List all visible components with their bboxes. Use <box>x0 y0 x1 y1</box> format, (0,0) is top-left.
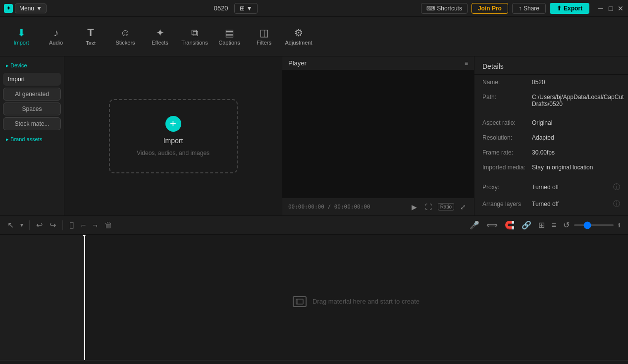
captions-icon: ▤ <box>225 28 234 38</box>
zoom-slider[interactable] <box>574 224 614 226</box>
sidebar-device-header[interactable]: ▸ Device <box>3 60 61 71</box>
detail-imported-media-row: Imported media: Stay in original locatio… <box>474 160 628 175</box>
play-button[interactable]: ▶ <box>410 202 419 212</box>
timeline-toolbar-right: 🎤 ⟺ 🧲 🔗 ⊞ ≡ ↺ ℹ <box>467 219 623 231</box>
arrange-layers-info-icon[interactable]: ⓘ <box>613 200 620 208</box>
fit-screen-button[interactable]: ⛶ <box>423 202 434 212</box>
menu-label: Menu <box>19 5 34 12</box>
center-button[interactable]: ⊞ <box>536 219 547 231</box>
subtitle-button[interactable]: ≡ <box>549 219 559 231</box>
sidebar-item-ai-generated[interactable]: AI generated <box>3 88 61 101</box>
arrange-layers-label: Arrange layers <box>482 201 527 208</box>
fullscreen-button[interactable]: ⤢ <box>458 202 468 212</box>
frame-rate-value: 30.00fps <box>532 149 620 156</box>
titlebar-center: 0520 ⊞ ▼ <box>51 3 421 14</box>
player-title: Player <box>288 59 307 67</box>
ratio-button[interactable]: Ratio <box>438 203 454 210</box>
fit-timeline-button[interactable]: ⟺ <box>484 219 500 231</box>
delete-button[interactable]: 🗑 <box>102 219 115 231</box>
import-icon: ⬇ <box>17 28 26 38</box>
imported-media-value: Stay in original location <box>532 164 620 171</box>
detail-resolution-row: Resolution: Adapted <box>474 130 628 145</box>
tool-stickers[interactable]: ☺ Stickers <box>108 19 143 54</box>
app-logo: ✦ Menu ▼ <box>4 3 47 13</box>
shortcuts-label: Shortcuts <box>437 5 462 12</box>
layout-icon-button[interactable]: ⊞ ▼ <box>234 3 258 14</box>
sidebar: ▸ Device Import AI generated Spaces Stoc… <box>0 56 64 215</box>
timeline-tracks[interactable]: Drag material here and start to create <box>84 235 628 360</box>
stickers-icon: ☺ <box>120 28 130 38</box>
cursor-tool-button[interactable]: ↖ <box>5 219 16 231</box>
tool-audio[interactable]: ♪ Audio <box>39 19 73 54</box>
player-viewport <box>282 70 474 198</box>
detail-framerate-row: Frame rate: 30.00fps <box>474 145 628 160</box>
split-button[interactable]: ⌷ <box>67 219 77 231</box>
redo-button[interactable]: ↪ <box>47 219 58 231</box>
adjustment-icon: ⚙ <box>294 28 303 38</box>
mark-out-button[interactable]: ¬ <box>90 219 100 231</box>
right-panel: Details Name: 0520 Path: C:/Users/bj/App… <box>474 56 628 215</box>
main-content: ▸ Device Import AI generated Spaces Stoc… <box>0 56 628 215</box>
capcut-logo-icon: ✦ <box>4 4 13 13</box>
tool-text[interactable]: T Text <box>73 19 108 54</box>
import-area: + Import Videos, audios, and images <box>64 56 282 215</box>
details-header: Details <box>474 56 628 75</box>
ai-generated-label: AI generated <box>15 91 49 98</box>
effects-icon: ✦ <box>156 28 164 38</box>
tool-transitions[interactable]: ⧉ Transitions <box>177 19 212 54</box>
main-toolbar: ⬇ Import ♪ Audio T Text ☺ Stickers ✦ Eff… <box>0 17 628 56</box>
transitions-label: Transitions <box>181 40 208 46</box>
link-button[interactable]: 🔗 <box>519 219 534 231</box>
close-button[interactable]: ✕ <box>617 5 624 12</box>
detail-path-row: Path: C:/Users/bj/AppData/Local/CapCut D… <box>474 90 628 111</box>
loop-button[interactable]: ↺ <box>561 219 572 231</box>
zoom-info-button[interactable]: ℹ <box>616 220 623 230</box>
export-button[interactable]: ⬆ Export <box>550 3 589 14</box>
shortcuts-button[interactable]: ⌨ Shortcuts <box>421 3 468 14</box>
sidebar-brand-assets-header[interactable]: ▸ Brand assets <box>3 134 61 145</box>
timeline-track-labels <box>0 235 84 360</box>
titlebar: ✦ Menu ▼ 0520 ⊞ ▼ ⌨ Shortcuts Join Pro ↑… <box>0 0 628 17</box>
playhead[interactable] <box>84 235 85 360</box>
player-menu-icon[interactable]: ≡ <box>465 60 468 67</box>
tool-captions[interactable]: ▤ Captions <box>212 19 247 54</box>
join-pro-button[interactable]: Join Pro <box>471 3 508 14</box>
magnet-button[interactable]: 🧲 <box>502 219 517 231</box>
toolbar-separator-1 <box>29 220 30 230</box>
sidebar-item-stock-materials[interactable]: Stock mate... <box>3 117 61 130</box>
undo-button[interactable]: ↩ <box>34 219 45 231</box>
tool-filters[interactable]: ◫ Filters <box>247 19 281 54</box>
detail-arrange-layers-row: Arrange layers Turned off ⓘ <box>474 196 628 212</box>
share-button[interactable]: ↑ Share <box>512 3 546 14</box>
detail-aspect-row: Aspect ratio: Original <box>474 115 628 130</box>
titlebar-right: ⌨ Shortcuts Join Pro ↑ Share ⬆ Export ─ … <box>421 3 624 14</box>
tool-effects[interactable]: ✦ Effects <box>143 19 177 54</box>
resolution-label: Resolution: <box>482 134 527 141</box>
maximize-button[interactable]: □ <box>607 5 614 12</box>
timeline-scrollbar[interactable] <box>0 360 628 364</box>
keyboard-icon: ⌨ <box>426 5 435 12</box>
mark-in-button[interactable]: ⌐ <box>79 219 88 231</box>
detail-name-row: Name: 0520 <box>474 75 628 90</box>
time-total: 00:00:00:00 <box>334 204 370 210</box>
player-time: 00:00:00:00 / 00:00:00:00 <box>288 204 370 210</box>
import-sidebar-label: Import <box>8 76 25 83</box>
mic-button[interactable]: 🎤 <box>467 219 482 231</box>
menu-button[interactable]: Menu ▼ <box>15 3 47 13</box>
minimize-button[interactable]: ─ <box>597 5 604 12</box>
cursor-dropdown-button[interactable]: ▼ <box>18 221 25 229</box>
sidebar-item-spaces[interactable]: Spaces <box>3 103 61 115</box>
filters-label: Filters <box>257 40 271 46</box>
export-label: Export <box>564 5 582 12</box>
time-current: 00:00:00:00 <box>288 204 324 210</box>
import-dropzone[interactable]: + Import Videos, audios, and images <box>109 99 238 173</box>
timeline-toolbar: ↖ ▼ ↩ ↪ ⌷ ⌐ ¬ 🗑 🎤 ⟺ 🧲 🔗 ⊞ ≡ ↺ ℹ <box>0 216 628 235</box>
stock-materials-label: Stock mate... <box>14 120 49 127</box>
tool-adjustment[interactable]: ⚙ Adjustment <box>281 19 316 54</box>
tool-import[interactable]: ⬇ Import <box>4 19 39 54</box>
proxy-info-icon[interactable]: ⓘ <box>613 183 620 192</box>
sidebar-item-import[interactable]: Import <box>3 73 61 86</box>
imported-media-label: Imported media: <box>482 164 527 171</box>
layout-icon: ⊞ <box>240 5 245 12</box>
window-controls: ─ □ ✕ <box>597 5 624 12</box>
